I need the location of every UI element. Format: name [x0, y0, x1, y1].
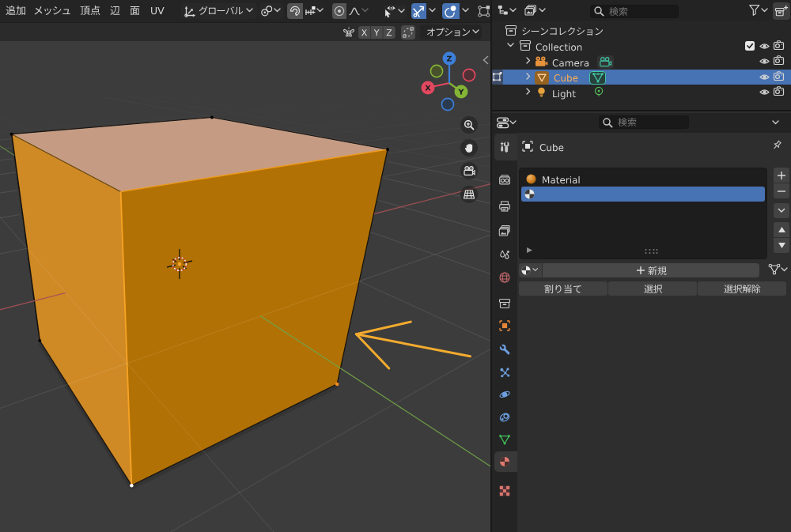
properties-editor-icon[interactable] [497, 117, 509, 129]
disable-render-camera-icon[interactable] [774, 55, 784, 66]
disable-render-camera-icon[interactable] [774, 86, 784, 97]
orientation-label [199, 14, 436, 133]
tab-collection[interactable] [499, 298, 510, 309]
orientation-axes-icon [184, 6, 196, 17]
pin-icon[interactable] [771, 140, 782, 151]
hide-eye-icon[interactable] [759, 56, 770, 66]
material-nodes-icon[interactable] [769, 263, 780, 275]
proportional-circle-icon [334, 6, 345, 17]
camera-view-button[interactable] [460, 162, 478, 179]
disable-render-camera-icon[interactable] [774, 71, 784, 82]
outliner-filter-id-icon[interactable] [525, 5, 537, 16]
sidebar-collapse-icon[interactable] [482, 55, 490, 65]
navigation-gizmo[interactable] [415, 49, 483, 117]
selectability-eye-icon [384, 4, 397, 18]
blender-window [0, 0, 791, 532]
pan-hand-button[interactable] [460, 139, 478, 157]
chevron-down-icon [778, 209, 785, 213]
falloff-curve-icon[interactable] [349, 6, 360, 17]
filter-funnel-icon[interactable] [749, 5, 760, 16]
snap-dashed-square-icon [403, 27, 414, 38]
collection-icon [505, 25, 517, 36]
search-icon [594, 6, 604, 17]
arrow-down-icon [778, 243, 785, 248]
editmode-icon [493, 72, 503, 83]
gizmos-icon [413, 5, 426, 17]
tab-output[interactable] [499, 201, 510, 212]
plus-icon [637, 266, 645, 274]
pivot-point-icon [261, 6, 273, 17]
tab-scene[interactable] [499, 250, 510, 261]
tab-physics[interactable] [499, 389, 510, 400]
arrow-up-icon [778, 227, 785, 232]
outliner-display-mode-icon[interactable] [498, 5, 509, 16]
disclosure-right-icon[interactable] [527, 89, 534, 93]
properties-options-chevron[interactable] [773, 121, 780, 126]
overlays-icon [445, 5, 458, 17]
collection-checkbox[interactable] [745, 41, 755, 51]
zoom-button[interactable] [460, 116, 478, 134]
chevron-down-icon [510, 9, 517, 13]
collection-icon [520, 40, 531, 51]
chevron-down-icon [539, 9, 547, 13]
mesh-data-icon [592, 72, 604, 83]
minus-icon [778, 191, 785, 192]
properties-panel [492, 111, 791, 532]
chevron-down-icon [762, 9, 769, 13]
chevron-down-icon [399, 9, 406, 14]
snap-increment-icon [305, 6, 316, 16]
tab-data[interactable] [499, 434, 510, 445]
mesh-object-icon [536, 72, 547, 83]
chevron-down-icon [430, 9, 437, 13]
chevron-down-icon [317, 9, 324, 13]
chevron-down-icon [533, 269, 539, 273]
snap-magnet-icon [290, 6, 301, 17]
tab-texture[interactable] [499, 485, 510, 496]
disclosure-right-icon[interactable] [527, 74, 534, 78]
disable-render-camera-icon[interactable] [774, 40, 784, 51]
mirror-xyz-buttons[interactable] [358, 26, 396, 39]
mirror-butterfly-icon [343, 27, 354, 37]
list-expand-icon[interactable] [527, 247, 533, 254]
tab-constraints[interactable] [499, 412, 510, 423]
search-icon [603, 118, 613, 128]
material-sphere-icon [526, 174, 536, 184]
chevron-down-icon [473, 30, 480, 35]
material-slot-preview-icon [524, 189, 535, 199]
tab-material[interactable] [499, 456, 510, 467]
tab-tool[interactable] [499, 141, 510, 153]
xray-icon[interactable] [478, 5, 490, 17]
new-collection-icon [775, 6, 789, 17]
deselect-label [724, 292, 791, 411]
browse-material-icon [521, 266, 531, 275]
camera-data-icon [600, 57, 611, 66]
hide-eye-icon[interactable] [759, 72, 770, 82]
chevron-down-icon [247, 9, 254, 13]
light-data-icon [594, 87, 604, 97]
chevron-down-icon [274, 9, 282, 13]
hide-eye-icon[interactable] [759, 41, 770, 51]
breadcrumb-object-icon [522, 141, 533, 152]
outliner-panel [492, 0, 791, 111]
chevron-down-icon [782, 268, 789, 273]
tab-particles[interactable] [499, 367, 510, 378]
disclosure-down-icon[interactable] [508, 43, 515, 48]
chevron-down-icon [510, 121, 517, 126]
tab-modifiers[interactable] [499, 344, 510, 355]
properties-tab-strip [492, 133, 517, 532]
plus-icon [778, 172, 785, 179]
hide-eye-icon[interactable] [759, 87, 770, 97]
disclosure-right-icon[interactable] [527, 58, 534, 62]
list-resize-grip[interactable] [645, 249, 657, 254]
tab-view-layer[interactable] [499, 225, 510, 236]
grid-ortho-button[interactable] [460, 186, 478, 203]
tab-render[interactable] [499, 175, 510, 186]
light-object-icon [536, 87, 547, 97]
camera-object-icon [535, 56, 548, 68]
tab-object[interactable] [499, 320, 510, 331]
chevron-down-icon [362, 9, 369, 13]
chevron-down-icon [463, 9, 470, 13]
material-slot-selected[interactable] [521, 187, 765, 202]
tab-world[interactable] [499, 272, 510, 283]
